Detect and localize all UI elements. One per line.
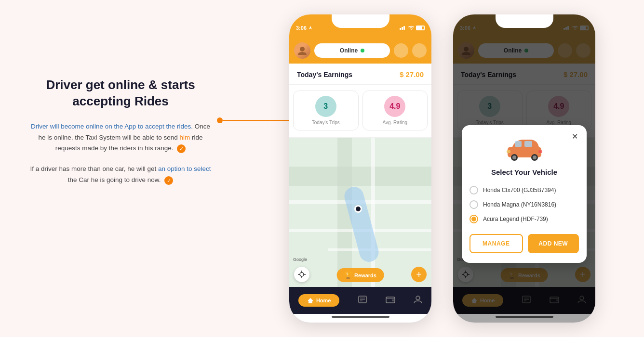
wallet-nav-item-1[interactable] (386, 295, 395, 306)
location-icon (308, 26, 313, 30)
home-icon-1 (307, 297, 314, 304)
check-icon-1 (177, 144, 186, 153)
map-area-1: 🏆 Rewards + Google (289, 138, 431, 287)
vehicle-name-2: Honda Magna (NY16N3816) (483, 201, 556, 208)
svg-point-13 (416, 296, 420, 300)
radio-2[interactable] (470, 200, 478, 209)
radio-1[interactable] (470, 186, 478, 194)
phone1-status-icons (400, 26, 425, 30)
description-2: If a driver has more than one car, he wi… (29, 164, 212, 186)
vehicle-option-3[interactable]: Acura Legend (HDF-739) (470, 212, 579, 226)
earnings-card: Today's Earnings $ 27.00 (289, 64, 431, 85)
trips-circle: 3 (315, 96, 336, 117)
home-nav-item-1[interactable]: Home (298, 294, 340, 307)
trips-stat-card: 3 Today's Trips (293, 91, 359, 130)
check-icon-2 (164, 176, 173, 185)
online-indicator (361, 49, 364, 52)
stats-row: 3 Today's Trips 4.9 Avg. Rating (289, 85, 431, 138)
map-background-1 (289, 138, 431, 287)
locate-button-1[interactable] (294, 267, 309, 282)
phone1-nav-bar: Online (289, 38, 431, 64)
modal-title: Select Your Vehicle (470, 168, 579, 176)
rating-label: Avg. Rating (366, 120, 425, 125)
vehicle-name-3: Acura Legend (HDF-739) (483, 216, 548, 222)
svg-point-2 (300, 272, 304, 276)
connector-line (223, 120, 295, 121)
vehicle-option-1[interactable]: Honda Ctx700 (GJ35B7394) (470, 183, 579, 197)
battery-icon (416, 26, 425, 30)
rating-stat-card: 4.9 Avg. Rating (362, 91, 428, 130)
connector (217, 117, 295, 123)
earnings-amount: $ 27.00 (400, 70, 424, 78)
svg-point-34 (533, 156, 537, 159)
modal-buttons: MANAGE ADD NEW (470, 234, 579, 253)
avatar-1 (294, 42, 310, 59)
svg-point-1 (300, 47, 305, 52)
phone1-notch (332, 14, 389, 28)
locate-icon (298, 271, 306, 278)
left-section: Driver get online & starts accepting Rid… (29, 77, 212, 195)
home-bar-1 (332, 316, 389, 318)
svg-rect-35 (507, 150, 510, 153)
svg-rect-30 (524, 141, 532, 147)
svg-rect-12 (392, 299, 394, 301)
svg-marker-0 (309, 26, 312, 29)
google-label-1: Google (293, 257, 307, 262)
nav-btn-2[interactable] (412, 43, 427, 58)
svg-point-32 (512, 156, 516, 159)
vehicle-option-2[interactable]: Honda Magna (NY16N3816) (470, 197, 579, 212)
manage-button[interactable]: MANAGE (470, 234, 523, 253)
modal-close-button[interactable]: ✕ (569, 131, 580, 142)
rating-circle: 4.9 (384, 96, 405, 117)
trips-label: Today's Trips (296, 120, 355, 125)
list-icon-1 (358, 295, 367, 304)
trips-nav-item-1[interactable] (358, 295, 367, 306)
signal-icon (400, 26, 406, 30)
radio-3[interactable] (470, 215, 478, 223)
svg-rect-29 (515, 141, 522, 147)
phone1: 3:06 (289, 14, 431, 323)
radio-selected-indicator (471, 217, 476, 221)
rewards-button-1[interactable]: 🏆 Rewards (336, 268, 384, 282)
map-pin (354, 205, 362, 213)
bottom-nav-1: Home (289, 287, 431, 314)
profile-icon-1 (414, 295, 422, 304)
add-new-button[interactable]: ADD NEW (528, 234, 579, 253)
description-1: Driver will become online on the App to … (29, 121, 212, 155)
svg-rect-36 (538, 150, 542, 153)
add-map-button-1[interactable]: + (411, 267, 427, 282)
nav-btn-1[interactable] (394, 43, 408, 58)
car-illustration (503, 135, 546, 161)
phone2-notch (496, 14, 553, 28)
orange-dot (217, 117, 223, 123)
wifi-icon (408, 26, 414, 30)
main-heading: Driver get online & starts accepting Rid… (29, 77, 212, 110)
phone2: 3:06 (453, 14, 595, 323)
user-avatar-icon (297, 45, 308, 56)
phone1-time: 3:06 (296, 25, 313, 31)
car-image (470, 135, 579, 163)
profile-nav-item-1[interactable] (414, 295, 422, 306)
vehicle-name-1: Honda Ctx700 (GJ35B7394) (483, 187, 556, 194)
online-status-pill[interactable]: Online (314, 43, 390, 58)
wallet-icon-1 (386, 295, 395, 304)
earnings-title: Today's Earnings (297, 71, 352, 78)
vehicle-selection-modal: ✕ Select Your Vehicle Honda Ctx700 (GJ35… (462, 125, 587, 263)
